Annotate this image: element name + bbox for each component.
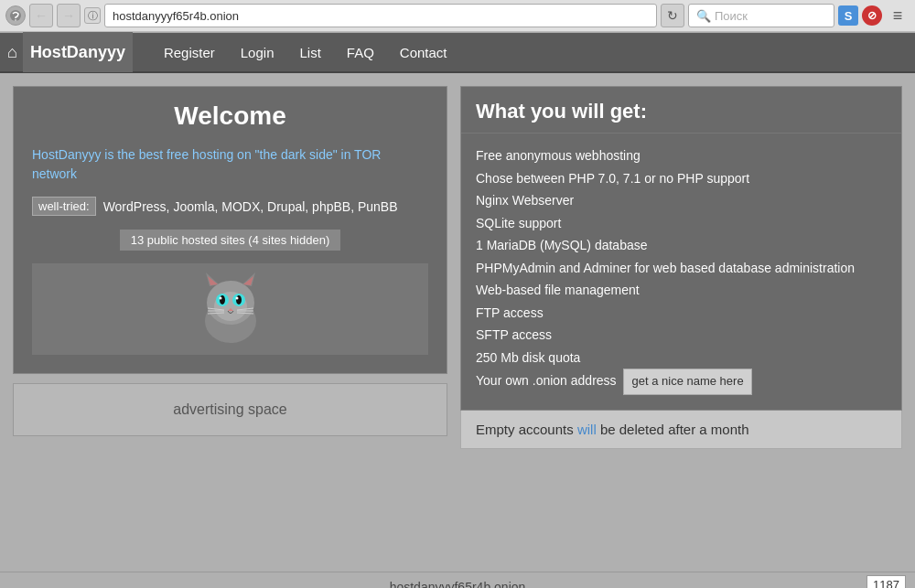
forward-button[interactable]: →	[57, 4, 81, 27]
browser-toolbar: ← → ⓘ hostdanyyyf65r4b.onion ↻ 🔍 Поиск S…	[0, 0, 915, 32]
what-you-get-box: What you will get: Free anonymous webhos…	[460, 86, 902, 411]
feature-11: Your own .onion address get a nice name …	[476, 369, 887, 395]
advertising-space-box: advertising space	[13, 383, 447, 436]
feature-11-text: Your own .onion address	[476, 373, 617, 388]
svg-point-12	[236, 295, 242, 305]
footer-domain: hostdanyyyf65r4b.onion	[390, 580, 526, 588]
browser-menu-button[interactable]	[5, 5, 26, 26]
nav-login[interactable]: Login	[228, 32, 287, 72]
url-bar[interactable]: hostdanyyyf65r4b.onion	[104, 4, 657, 27]
feature-3: Nginx Webserver	[476, 189, 887, 212]
svg-point-11	[220, 295, 225, 305]
feature-1: Free anonymous webhosting	[476, 144, 887, 167]
welcome-description: HostDanyyy is the best free hosting on "…	[32, 145, 428, 184]
feature-7: Web-based file management	[476, 279, 887, 302]
hamburger-menu[interactable]: ≡	[886, 4, 910, 27]
empty-accounts-box: Empty accounts will be deleted after a m…	[460, 411, 902, 449]
well-tried-apps: WordPress, Joomla, MODX, Drupal, phpBB, …	[103, 197, 398, 217]
well-tried-badge: well-tried:	[32, 197, 96, 216]
empty-accounts-text: Empty accounts will be deleted after a m…	[476, 422, 749, 437]
cat-image	[189, 268, 272, 350]
svg-point-14	[235, 297, 238, 300]
search-bar[interactable]: 🔍 Поиск	[688, 4, 834, 27]
back-button[interactable]: ←	[29, 4, 53, 27]
feature-4: SQLite support	[476, 212, 887, 235]
right-panel: What you will get: Free anonymous webhos…	[460, 86, 902, 449]
main-content: Welcome HostDanyyy is the best free host…	[0, 73, 915, 572]
svg-point-1	[15, 19, 16, 21]
features-list: Free anonymous webhosting Chose between …	[461, 134, 901, 410]
what-you-get-title: What you will get:	[461, 87, 901, 134]
browser-chrome: ← → ⓘ hostdanyyyf65r4b.onion ↻ 🔍 Поиск S…	[0, 0, 915, 33]
will-highlight: will	[577, 422, 597, 437]
nav-list[interactable]: List	[286, 32, 333, 72]
feature-10: 250 Mb disk quota	[476, 347, 887, 369]
welcome-title: Welcome	[32, 102, 428, 131]
feature-8: FTP access	[476, 302, 887, 325]
feature-9: SFTP access	[476, 324, 887, 347]
svg-point-13	[219, 297, 221, 300]
onion-link-button[interactable]: get a nice name here	[623, 369, 751, 395]
nav-contact[interactable]: Contact	[387, 32, 460, 72]
hosted-sites-badge: 13 public hosted sites (4 sites hidden)	[120, 230, 341, 251]
skype-icon[interactable]: S	[838, 5, 858, 26]
search-placeholder: Поиск	[715, 9, 748, 23]
feature-6: PHPMyAdmin and Adminer for web based dat…	[476, 257, 887, 280]
feature-2: Chose between PHP 7.0, 7.1 or no PHP sup…	[476, 167, 887, 190]
refresh-button[interactable]: ↻	[661, 4, 684, 27]
info-button[interactable]: ⓘ	[84, 7, 101, 24]
welcome-box: Welcome HostDanyyy is the best free host…	[13, 86, 447, 374]
nav-register[interactable]: Register	[151, 32, 228, 72]
cat-image-box	[32, 263, 428, 355]
site-brand[interactable]: HostDanyyy	[23, 32, 133, 72]
left-panel: Welcome HostDanyyy is the best free host…	[13, 86, 447, 436]
advertising-text: advertising space	[173, 401, 287, 418]
no-script-icon[interactable]: ⊘	[862, 5, 882, 26]
well-tried-row: well-tried: WordPress, Joomla, MODX, Dru…	[32, 197, 428, 217]
url-text: hostdanyyyf65r4b.onion	[113, 9, 239, 23]
visitor-counter: 1187	[867, 575, 906, 588]
home-icon[interactable]: ⌂	[7, 43, 17, 62]
nav-faq[interactable]: FAQ	[334, 32, 387, 72]
footer: hostdanyyyf65r4b.onion 1187	[0, 572, 915, 588]
feature-5: 1 MariaDB (MySQL) database	[476, 234, 887, 257]
site-navbar: ⌂ HostDanyyy Register Login List FAQ Con…	[0, 33, 915, 73]
